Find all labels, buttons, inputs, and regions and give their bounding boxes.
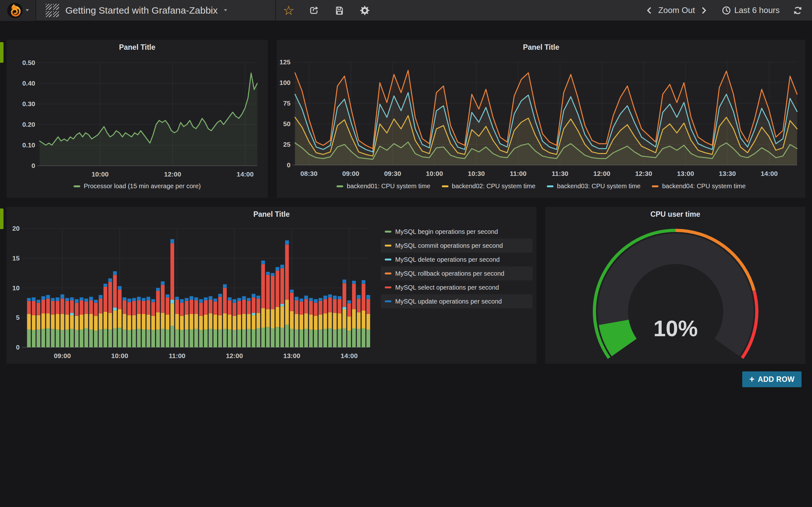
- grafana-logo-icon: [7, 2, 23, 19]
- svg-text:14:00: 14:00: [341, 352, 358, 359]
- svg-text:11:00: 11:00: [510, 170, 526, 177]
- add-row-label: ADD ROW: [758, 375, 795, 384]
- legend-swatch-icon: [385, 273, 392, 274]
- svg-text:75: 75: [283, 100, 291, 107]
- svg-text:25: 25: [283, 141, 291, 148]
- legend-label: MySQL rollback operations per second: [395, 270, 504, 277]
- panel-mysql-operations: Panel Title 09:0010:0011:0012:0013:0014:…: [6, 207, 537, 364]
- navbar-right-controls: Zoom Out Last 6 hours: [642, 0, 812, 21]
- legend-label: MySQL update operations per second: [395, 298, 502, 305]
- row-menu-tab[interactable]: [0, 42, 3, 63]
- plus-icon: +: [749, 375, 755, 384]
- svg-text:11:30: 11:30: [552, 170, 568, 177]
- legend-label: backend04: CPU system time: [662, 182, 745, 190]
- legend-swatch-icon: [442, 185, 449, 187]
- svg-text:0.30: 0.30: [22, 100, 35, 107]
- row-menu-tab[interactable]: [0, 209, 3, 229]
- legend-label: MySQL select operations per second: [395, 284, 499, 291]
- legend: backend01: CPU system timebackend02: CPU…: [277, 182, 805, 190]
- svg-text:100: 100: [280, 79, 291, 86]
- legend-item[interactable]: MySQL rollback operations per second: [381, 267, 532, 280]
- share-arrow-icon: [309, 5, 319, 15]
- legend-swatch-icon: [385, 259, 392, 261]
- chevron-down-icon: [26, 9, 29, 11]
- save-button[interactable]: [327, 0, 352, 21]
- legend-item[interactable]: MySQL delete operations per second: [381, 252, 532, 267]
- legend-label: MySQL begin operations per second: [395, 228, 498, 235]
- chevron-down-icon: [224, 9, 227, 11]
- time-range-picker[interactable]: Last 6 hours: [722, 5, 780, 15]
- legend: Processor load (15 min average per core): [7, 182, 268, 190]
- cpu-user-time-gauge[interactable]: 10%: [545, 207, 806, 364]
- svg-text:0: 0: [287, 161, 291, 169]
- gauge-value: 10%: [653, 316, 698, 341]
- svg-text:5: 5: [16, 314, 20, 321]
- legend-item[interactable]: backend03: CPU system time: [547, 182, 641, 190]
- svg-text:12:00: 12:00: [594, 170, 611, 177]
- svg-text:0: 0: [32, 162, 35, 169]
- legend-swatch-icon: [385, 231, 392, 233]
- svg-text:10:00: 10:00: [426, 170, 443, 177]
- time-forward-button[interactable]: [697, 0, 711, 21]
- legend-swatch-icon: [337, 185, 343, 187]
- zoom-out-button[interactable]: Zoom Out: [658, 5, 695, 15]
- svg-text:10:00: 10:00: [111, 352, 129, 359]
- star-icon: ☆: [283, 4, 294, 17]
- svg-text:13:00: 13:00: [283, 352, 300, 359]
- legend-item[interactable]: backend01: CPU system time: [337, 182, 430, 190]
- clock-icon: [722, 6, 731, 15]
- time-back-button[interactable]: [642, 0, 656, 21]
- cpu-system-time-chart[interactable]: 08:3009:0009:3010:0010:3011:0011:3012:00…: [277, 40, 806, 199]
- legend-item[interactable]: MySQL update operations per second: [381, 294, 532, 308]
- svg-text:13:30: 13:30: [719, 170, 736, 177]
- settings-button[interactable]: [352, 0, 377, 21]
- svg-text:12:00: 12:00: [226, 352, 243, 359]
- legend-swatch-icon: [652, 185, 658, 187]
- legend-item[interactable]: MySQL select operations per second: [381, 280, 532, 294]
- svg-text:0.50: 0.50: [22, 59, 35, 66]
- add-row-button[interactable]: + ADD ROW: [742, 372, 802, 387]
- gear-icon: [360, 5, 370, 15]
- legend-item[interactable]: backend02: CPU system time: [442, 182, 536, 190]
- share-button[interactable]: [301, 0, 327, 21]
- panel-cpu-user-time: CPU user time 10%: [545, 207, 806, 364]
- chevron-right-icon: [700, 6, 708, 14]
- legend-label: backend03: CPU system time: [557, 182, 641, 190]
- legend-label: MySQL delete operations per second: [395, 256, 500, 263]
- legend-label: MySQL commit operations per second: [395, 242, 503, 249]
- svg-text:0: 0: [16, 343, 20, 351]
- svg-text:10:00: 10:00: [92, 170, 109, 178]
- legend-item[interactable]: Processor load (15 min average per core): [73, 182, 201, 190]
- svg-text:08:30: 08:30: [300, 170, 317, 177]
- legend-swatch-icon: [385, 300, 392, 302]
- legend-label: backend02: CPU system time: [452, 182, 536, 190]
- time-range-label: Last 6 hours: [734, 5, 780, 15]
- legend-item[interactable]: backend04: CPU system time: [652, 182, 745, 190]
- svg-text:09:30: 09:30: [384, 170, 401, 177]
- refresh-icon: [793, 6, 803, 15]
- svg-text:15: 15: [12, 255, 20, 262]
- legend: MySQL begin operations per secondMySQL c…: [381, 225, 532, 308]
- legend-swatch-icon: [385, 245, 392, 246]
- svg-text:14:00: 14:00: [237, 170, 254, 178]
- legend-swatch-icon: [73, 185, 80, 187]
- svg-text:09:00: 09:00: [342, 170, 359, 177]
- svg-text:12:30: 12:30: [635, 170, 652, 177]
- processor-load-chart[interactable]: 10:0012:0014:0000.100.200.300.400.50: [7, 40, 268, 199]
- legend-swatch-icon: [547, 185, 554, 187]
- star-button[interactable]: ☆: [276, 0, 301, 21]
- svg-text:10: 10: [12, 284, 20, 291]
- panel-cpu-system-time: Panel Title 08:3009:0009:3010:0010:3011:…: [276, 40, 806, 198]
- legend-label: backend01: CPU system time: [347, 182, 430, 190]
- refresh-button[interactable]: [791, 0, 805, 21]
- svg-text:12:00: 12:00: [164, 170, 181, 178]
- svg-text:20: 20: [12, 225, 20, 232]
- svg-text:09:00: 09:00: [54, 352, 71, 359]
- grafana-menu[interactable]: [0, 0, 36, 21]
- dashboard-title-dropdown[interactable]: Getting Started with Grafana-Zabbix: [36, 0, 275, 21]
- svg-text:13:00: 13:00: [677, 170, 694, 177]
- legend-item[interactable]: MySQL begin operations per second: [381, 225, 532, 239]
- legend-item[interactable]: MySQL commit operations per second: [381, 239, 532, 252]
- svg-text:14:00: 14:00: [761, 170, 778, 177]
- svg-text:0.10: 0.10: [22, 141, 35, 149]
